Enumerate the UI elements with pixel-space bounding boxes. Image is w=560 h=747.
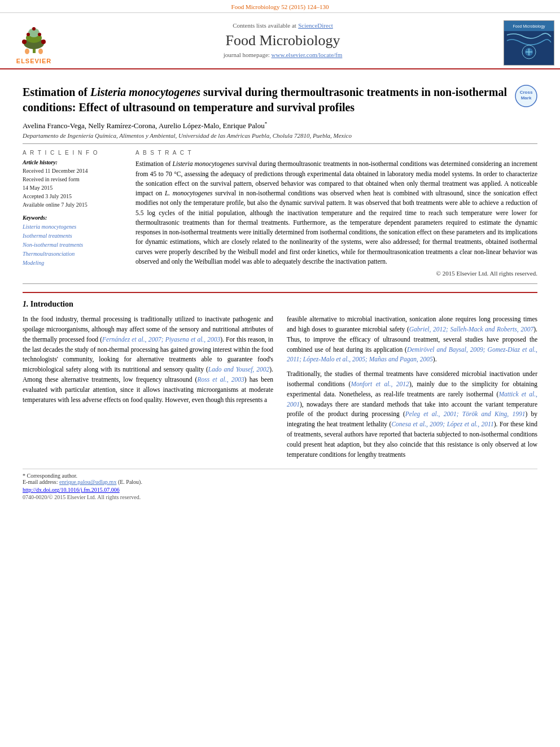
svg-point-10 [38, 49, 43, 54]
ref-monfort[interactable]: Monfort et al., 2012 [351, 381, 409, 387]
abstract-copyright: © 2015 Elsevier Ltd. All rights reserved… [135, 270, 537, 277]
intro-para-2: feasible alternative to microbial inacti… [287, 314, 537, 365]
ref-fernandez[interactable]: Fernández et al., 2007; Piyasena et al.,… [102, 336, 220, 343]
svg-text:Food Microbiology: Food Microbiology [513, 24, 545, 29]
affiliation: Departamento de Ingeniería Química, Alim… [23, 132, 537, 139]
journal-title-area: Contents lists available at ScienceDirec… [68, 18, 498, 68]
svg-point-9 [25, 49, 29, 54]
article-history: Article history: Received 11 December 20… [23, 159, 124, 209]
journal-header: ELSEVIER Contents lists available at Sci… [0, 13, 560, 69]
journal-cover-svg: Food Microbiology [504, 21, 554, 65]
keywords-label: Keywords: [23, 215, 124, 221]
corresponding-author: * Corresponding author. E-mail address: … [23, 473, 537, 485]
article-title: Estimation of Listeria monocytogenes sur… [23, 85, 515, 115]
keyword-5: Modeling [23, 259, 124, 268]
ref-mattick[interactable]: Mattick et al., 2001 [287, 391, 537, 408]
section-number: 1. [23, 300, 29, 308]
svg-point-5 [41, 40, 46, 44]
revised-label: Received in revised form [23, 176, 80, 182]
divider-2 [23, 283, 537, 284]
intro-para-1: In the food industry, thermal processing… [23, 314, 273, 405]
abstract-col: A B S T R A C T Estimation of Listeria m… [135, 150, 537, 277]
available-online-date: Available online 7 July 2015 [23, 202, 88, 208]
keywords-section: Keywords: Listeria monocytogenes Isother… [23, 215, 124, 268]
ref-peleg[interactable]: Peleg et al., 2001; Török and King, 1991 [405, 410, 526, 417]
page: Food Microbiology 52 (2015) 124–130 [0, 0, 560, 747]
intro-para-3: Traditionally, the studies of thermal tr… [287, 369, 537, 460]
science-direct-label: Contents lists available at ScienceDirec… [73, 21, 492, 30]
journal-homepage-label: journal homepage: www.elsevier.com/locat… [73, 51, 492, 58]
elsevier-tree-icon [13, 22, 55, 56]
main-content: Estimation of Listeria monocytogenes sur… [0, 69, 560, 513]
section-header: 1. Introduction [23, 300, 537, 309]
svg-point-8 [32, 27, 36, 30]
section-title: Introduction [30, 300, 73, 308]
keyword-2: Isothermal treatments [23, 231, 124, 241]
author-email-link[interactable]: enrique.palou@udlap.mx [59, 479, 116, 485]
elsevier-brand-text: ELSEVIER [16, 58, 51, 64]
abstract-heading: A B S T R A C T [135, 150, 537, 156]
intro-col-right: feasible alternative to microbial inacti… [287, 312, 537, 460]
svg-point-4 [22, 40, 27, 44]
article-title-section: Estimation of Listeria monocytogenes sur… [23, 78, 537, 121]
science-direct-link[interactable]: ScienceDirect [298, 22, 333, 29]
svg-text:Cross: Cross [520, 90, 533, 95]
introduction-section: 1. Introduction In the food industry, th… [23, 292, 537, 460]
accepted-date: Accepted 3 July 2015 [23, 193, 72, 199]
history-label: Article history: [23, 159, 124, 165]
journal-title: Food Microbiology [73, 32, 492, 49]
elsevier-logo-area: ELSEVIER [0, 18, 68, 68]
journal-homepage-link[interactable]: www.elsevier.com/locate/fm [272, 51, 343, 58]
revised-date: 14 May 2015 [23, 185, 53, 191]
intro-two-col: In the food industry, thermal processing… [23, 312, 537, 460]
svg-point-7 [38, 33, 41, 36]
received-date: Received 11 December 2014 [23, 168, 88, 174]
ref-gabriel[interactable]: Gabriel, 2012; Salleh-Mack and Roberts, … [409, 326, 533, 333]
crossmark-icon: Cross Mark [515, 85, 537, 107]
article-info-heading: A R T I C L E I N F O [23, 150, 124, 156]
elsevier-logo: ELSEVIER [13, 22, 55, 64]
article-info-col: A R T I C L E I N F O Article history: R… [23, 150, 124, 277]
article-info-abstract: A R T I C L E I N F O Article history: R… [23, 150, 537, 277]
doi-link[interactable]: http://dx.doi.org/10.1016/j.fm.2015.07.0… [23, 487, 537, 493]
keyword-4: Thermoultrasonciation [23, 250, 124, 259]
keyword-3: Non-isothermal treatments [23, 241, 124, 250]
ref-demirovel[interactable]: Demirövel and Baysal, 2009; Gomez-Diaz e… [287, 346, 537, 363]
svg-point-6 [27, 33, 30, 36]
issn-copyright: 0740-0020/© 2015 Elsevier Ltd. All right… [23, 494, 537, 500]
ref-ross[interactable]: Ross et al., 2003 [197, 376, 244, 383]
ref-lado[interactable]: Lado and Yousef, 2002 [208, 366, 269, 373]
journal-cover-area: Food Microbiology [498, 18, 560, 68]
journal-cover-image: Food Microbiology [504, 20, 554, 65]
svg-text:Mark: Mark [521, 95, 532, 101]
crossmark-logo: Cross Mark [515, 85, 537, 107]
abstract-text: Estimation of Listeria monocytogenes sur… [135, 159, 537, 267]
ref-conesa[interactable]: Conesa et al., 2009; López et al., 2011 [391, 421, 493, 427]
footer: * Corresponding author. E-mail address: … [23, 469, 537, 505]
authors-line: Avelina Franco-Vega, Nelly Ramírez-Coron… [23, 121, 537, 130]
journal-citation: Food Microbiology 52 (2015) 124–130 [231, 3, 329, 10]
divider-1 [23, 143, 537, 144]
keyword-1: Listeria monocytogenes [23, 222, 124, 231]
journal-citation-bar: Food Microbiology 52 (2015) 124–130 [0, 0, 560, 13]
intro-col-left: In the food industry, thermal processing… [23, 312, 273, 460]
